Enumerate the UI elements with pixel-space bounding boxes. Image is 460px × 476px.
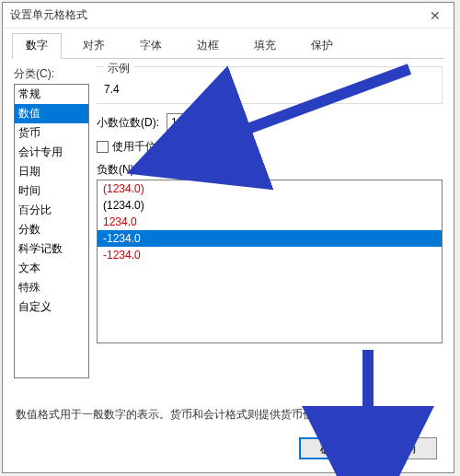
category-item[interactable]: 货币 bbox=[15, 123, 88, 143]
thousands-row: 使用千位分隔符(,)(U) bbox=[97, 139, 443, 155]
description-text: 数值格式用于一般数字的表示。货币和会计格式则提供货币值计算的专用格式。 bbox=[3, 398, 454, 432]
thousands-checkbox[interactable] bbox=[97, 141, 109, 153]
category-item[interactable]: 数值 bbox=[15, 104, 88, 123]
category-item[interactable]: 特殊 bbox=[15, 278, 88, 297]
category-label-text: 分类(C): bbox=[14, 67, 54, 80]
category-item[interactable]: 日期 bbox=[15, 162, 88, 181]
close-icon[interactable]: ✕ bbox=[424, 8, 446, 23]
negatives-list[interactable]: (1234.0)(1234.0)1234.0-1234.0-1234.0 bbox=[97, 180, 443, 343]
negative-format-item[interactable]: (1234.0) bbox=[98, 180, 442, 197]
thousands-label: 使用千位分隔符(,)(U) bbox=[112, 139, 215, 155]
decimals-spinner[interactable]: ▲ ▼ bbox=[167, 113, 217, 132]
spinner-buttons: ▲ ▼ bbox=[202, 114, 216, 131]
tab-5[interactable]: 保护 bbox=[297, 33, 347, 59]
tab-2[interactable]: 字体 bbox=[126, 33, 176, 59]
tab-1[interactable]: 对齐 bbox=[69, 33, 119, 59]
category-list[interactable]: 常规数值货币会计专用日期时间百分比分数科学记数文本特殊自定义 bbox=[14, 84, 89, 378]
category-item[interactable]: 文本 bbox=[15, 259, 88, 278]
options-panel: 示例 7.4 小数位数(D): ▲ ▼ 使用千位分隔符(,)(U) bbox=[97, 66, 443, 398]
decimals-label-text: 小数位数(D): bbox=[97, 116, 159, 129]
tab-0[interactable]: 数字 bbox=[12, 33, 62, 59]
category-item[interactable]: 常规 bbox=[15, 85, 88, 104]
example-label: 示例 bbox=[104, 61, 133, 76]
titlebar: 设置单元格格式 ✕ bbox=[3, 3, 454, 29]
tab-4[interactable]: 填充 bbox=[240, 33, 290, 59]
negative-format-item[interactable]: -1234.0 bbox=[98, 247, 442, 263]
tab-strip: 数字对齐字体边框填充保护 bbox=[12, 32, 444, 59]
dialog-body: 分类(C): 常规数值货币会计专用日期时间百分比分数科学记数文本特殊自定义 示例… bbox=[3, 59, 454, 398]
dialog-window: 设置单元格格式 ✕ 数字对齐字体边框填充保护 分类(C): 常规数值货币会计专用… bbox=[2, 2, 454, 473]
example-group: 示例 7.4 bbox=[97, 66, 443, 104]
ok-button[interactable]: 确定 bbox=[299, 437, 363, 459]
category-item[interactable]: 自定义 bbox=[15, 297, 88, 317]
spin-down-icon[interactable]: ▼ bbox=[203, 122, 216, 131]
category-item[interactable]: 科学记数 bbox=[15, 239, 88, 259]
category-panel: 分类(C): 常规数值货币会计专用日期时间百分比分数科学记数文本特殊自定义 bbox=[14, 66, 89, 398]
cancel-button[interactable]: 取消 bbox=[373, 437, 437, 459]
window-title: 设置单元格格式 bbox=[10, 7, 424, 23]
category-item[interactable]: 会计专用 bbox=[15, 143, 88, 162]
negative-format-item[interactable]: (1234.0) bbox=[98, 197, 442, 214]
dialog-footer: 确定 取消 bbox=[299, 437, 437, 459]
negative-format-item[interactable]: 1234.0 bbox=[98, 214, 442, 230]
tab-3[interactable]: 边框 bbox=[183, 33, 233, 59]
category-label: 分类(C): bbox=[14, 66, 89, 82]
negative-format-item[interactable]: -1234.0 bbox=[98, 230, 442, 247]
category-item[interactable]: 分数 bbox=[15, 220, 88, 239]
category-item[interactable]: 时间 bbox=[15, 181, 88, 201]
decimals-label: 小数位数(D): bbox=[97, 115, 159, 131]
negatives-label: 负数(N): bbox=[97, 162, 443, 178]
decimals-input[interactable] bbox=[167, 114, 202, 131]
example-value: 7.4 bbox=[104, 83, 434, 96]
category-item[interactable]: 百分比 bbox=[15, 201, 88, 220]
decimals-row: 小数位数(D): ▲ ▼ bbox=[97, 113, 443, 132]
negatives-label-text: 负数(N): bbox=[97, 163, 137, 176]
